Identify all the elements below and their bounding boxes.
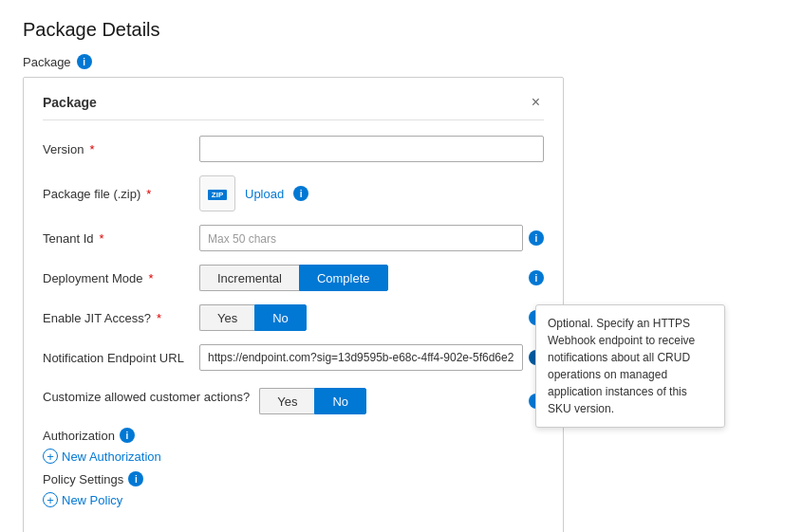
card-title: Package [43, 95, 97, 110]
tenant-id-input-row: i [199, 225, 544, 251]
new-policy-plus-icon: + [43, 492, 58, 507]
deployment-mode-info-icon[interactable]: i [529, 270, 544, 285]
authorization-section: Authorization i [43, 428, 544, 443]
notification-url-row: Notification Endpoint URL i [43, 344, 544, 371]
notification-url-input[interactable] [199, 344, 523, 371]
jit-access-required: * [157, 311, 161, 325]
deployment-mode-row: Deployment Mode * Incremental Complete i [43, 265, 544, 291]
version-input[interactable] [199, 136, 544, 162]
authorization-info-icon[interactable]: i [120, 428, 135, 443]
customize-no-button[interactable]: No [314, 388, 366, 414]
policy-settings-info-icon[interactable]: i [128, 471, 143, 486]
deployment-mode-toggle: Incremental Complete [199, 265, 523, 291]
customize-actions-label: Customize allowed customer actions? [43, 388, 250, 404]
policy-settings-section: Policy Settings i [43, 471, 544, 486]
new-policy-link[interactable]: + New Policy [43, 492, 544, 507]
package-section-label: Package [23, 55, 71, 69]
deployment-mode-required: * [149, 271, 154, 285]
incremental-button[interactable]: Incremental [199, 265, 299, 291]
notification-url-label: Notification Endpoint URL [43, 351, 190, 365]
zip-icon: ZIP [199, 175, 235, 211]
jit-toggle: Yes No [199, 304, 523, 331]
package-file-row: Package file (.zip) * ZIP Upload i [43, 175, 544, 211]
jit-yes-button[interactable]: Yes [199, 304, 254, 331]
customize-yes-button[interactable]: Yes [259, 388, 314, 414]
notification-tooltip: Optional. Specify an HTTPS Webhook endpo… [535, 304, 725, 428]
jit-no-button[interactable]: No [254, 304, 307, 331]
package-file-required: * [146, 187, 151, 201]
tenant-id-input[interactable] [199, 225, 523, 251]
tenant-id-label: Tenant Id * [43, 231, 190, 246]
page-title: Package Details [23, 19, 780, 41]
package-file-info-icon[interactable]: i [293, 186, 308, 201]
version-label: Version * [43, 142, 190, 156]
version-required: * [89, 142, 94, 156]
jit-access-label: Enable JIT Access? * [43, 311, 190, 325]
jit-toggle-row: Yes No i [199, 304, 544, 331]
notification-url-input-row: i [199, 344, 544, 371]
customize-actions-toggle-row: Yes No i [259, 388, 544, 414]
new-authorization-plus-icon: + [43, 449, 58, 464]
customize-actions-toggle: Yes No [259, 388, 523, 414]
card-header: Package × [43, 93, 544, 120]
deployment-mode-label: Deployment Mode * [43, 271, 190, 285]
upload-row: ZIP Upload i [199, 175, 544, 211]
close-button[interactable]: × [528, 93, 544, 112]
zip-label: ZIP [208, 190, 227, 200]
tenant-id-row: Tenant Id * i [43, 225, 544, 251]
tenant-id-required: * [100, 231, 104, 246]
new-authorization-link[interactable]: + New Authorization [43, 449, 544, 464]
customize-actions-row: Customize allowed customer actions? Yes … [43, 384, 544, 414]
package-info-icon[interactable]: i [77, 54, 92, 69]
package-file-label: Package file (.zip) * [43, 187, 190, 201]
jit-access-row: Enable JIT Access? * Yes No i [43, 304, 544, 331]
package-card: Package × Version * Package file (.zip) … [23, 77, 564, 532]
tenant-id-info-icon[interactable]: i [529, 230, 544, 246]
version-row: Version * [43, 136, 544, 162]
complete-button[interactable]: Complete [299, 265, 388, 291]
deployment-mode-toggle-row: Incremental Complete i [199, 265, 544, 291]
upload-link[interactable]: Upload [245, 187, 284, 201]
